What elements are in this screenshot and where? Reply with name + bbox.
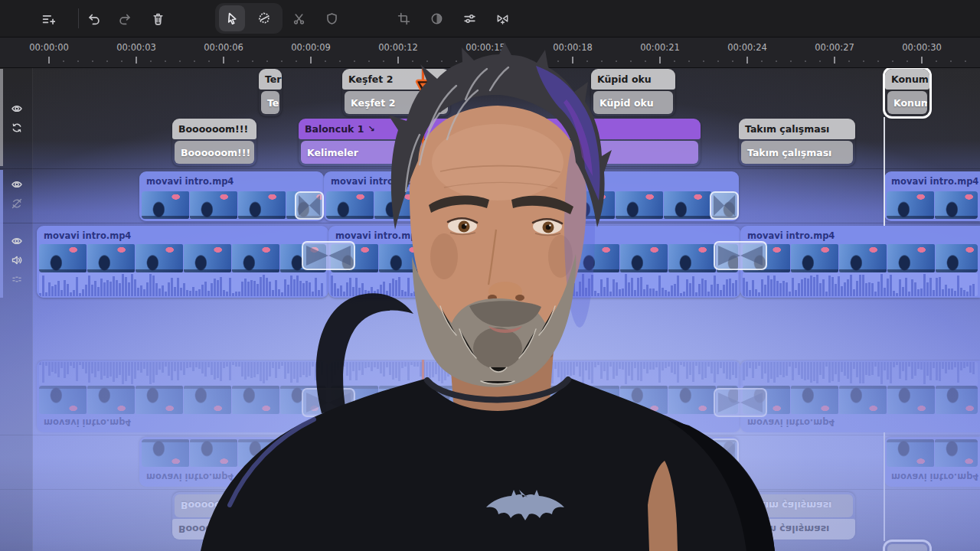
ruler-tick: [572, 57, 573, 64]
scissors-icon: [292, 12, 305, 25]
video-clip-overlay-2[interactable]: movavi intro.mp4: [324, 171, 739, 221]
playhead-handle[interactable]: [415, 79, 432, 103]
title-clip-kesfet[interactable]: Keşfet 2 Keşfet 2: [342, 69, 450, 116]
ruler-minor-tick: [805, 60, 806, 62]
redo-button[interactable]: [112, 5, 138, 31]
title-clip-kupid[interactable]: Küpid oku Küpid oku: [591, 69, 675, 116]
clip-header: Keşfet 2: [342, 69, 450, 90]
marker-tool-button[interactable]: [251, 5, 277, 31]
ruler-minor-tick: [281, 60, 283, 62]
track3-visibility-button[interactable]: [10, 236, 23, 249]
sliders-icon: [463, 12, 476, 25]
crop-button[interactable]: [390, 5, 416, 31]
ruler-minor-tick: [688, 60, 690, 62]
video-frame-thumbnail: [519, 191, 567, 219]
video-frame-thumbnail: [572, 244, 619, 272]
video-clip-main-2[interactable]: movavi intro.mp4: [328, 226, 740, 298]
ruler-tick: [659, 57, 661, 64]
ruler-minor-tick: [863, 60, 864, 62]
beat-markers-icon: [11, 273, 23, 289]
shield-icon: [325, 12, 338, 25]
track3-beat-markers-button[interactable]: [10, 274, 23, 287]
track1-visibility-button[interactable]: [10, 103, 23, 116]
video-frame-thumbnail: [887, 244, 935, 272]
ruler-minor-tick: [761, 60, 763, 62]
video-frame-thumbnail: [620, 244, 668, 272]
ruler-minor-tick: [194, 60, 195, 62]
clip-filename: movavi intro.mp4: [884, 171, 980, 191]
video-editor-window: 00:00:0000:00:0300:00:0600:00:0900:00:12…: [0, 0, 980, 551]
video-frame-thumbnail: [238, 191, 286, 219]
film-strip: [743, 244, 978, 272]
video-clip-main-1[interactable]: movavi intro.mp4: [37, 226, 328, 298]
clip-filename: movavi intro.mp4: [37, 226, 328, 245]
clip-header: Boooooom!!!: [172, 119, 256, 139]
track2-visibility-button[interactable]: [10, 179, 23, 192]
ruler-minor-tick: [601, 60, 603, 62]
timeline-area: movavi intro.mp4 movavi intro.mp4 movavi…: [0, 67, 980, 551]
ruler-minor-tick: [950, 60, 952, 62]
select-tool-button[interactable]: [219, 5, 245, 31]
ruler-tick-label: 00:00:21: [640, 42, 680, 53]
ruler-minor-tick: [557, 60, 559, 62]
filters-button[interactable]: [456, 5, 482, 31]
title-clip-ter[interactable]: Ter Ter: [259, 69, 282, 116]
ruler-minor-tick: [906, 60, 908, 62]
video-frame-thumbnail: [668, 244, 716, 272]
ruler-tick: [485, 57, 486, 64]
protect-button[interactable]: [318, 5, 345, 31]
title-clip-konum-selected[interactable]: Konum s Konum s: [885, 69, 929, 116]
ruler-minor-tick: [703, 60, 704, 62]
ruler-minor-tick: [296, 60, 297, 62]
video-clip-overlay-3[interactable]: movavi intro.mp4: [884, 171, 980, 221]
transition-bowtie-icon: [496, 12, 509, 25]
ruler-minor-tick: [514, 60, 515, 62]
clip-filename: movavi intro.mp4: [740, 226, 980, 245]
ruler-tick-label: 00:00:27: [815, 42, 854, 53]
ruler-minor-tick: [616, 60, 617, 62]
clip-body: Kelimeler: [301, 141, 698, 164]
track-divider: [0, 168, 980, 169]
title-clip-boooooom[interactable]: Boooooom!!! Boooooom!!!: [172, 119, 256, 166]
ruler-tick: [397, 57, 399, 64]
delete-button[interactable]: [145, 5, 171, 31]
ruler-minor-tick: [426, 60, 428, 62]
video-frame-thumbnail: [791, 244, 838, 272]
ruler-minor-tick: [456, 60, 457, 62]
transition-icon[interactable]: [302, 241, 355, 270]
transition-icon[interactable]: [714, 241, 767, 270]
timeline-ruler[interactable]: 00:00:0000:00:0300:00:0600:00:0900:00:12…: [0, 37, 980, 68]
transitions-button[interactable]: [489, 5, 515, 31]
ruler-tick: [223, 57, 224, 64]
ruler-minor-tick: [877, 60, 879, 62]
split-button[interactable]: [286, 5, 312, 31]
clip-filename: movavi intro.mp4: [139, 171, 324, 191]
track1-link-button[interactable]: [10, 122, 23, 135]
contrast-button[interactable]: [423, 5, 449, 31]
undo-button[interactable]: [80, 5, 106, 31]
transition-icon[interactable]: [295, 191, 324, 220]
crop-icon: [397, 12, 410, 25]
clip-filename: movavi intro.mp4: [324, 171, 739, 191]
title-clip-takim[interactable]: Takım çalışması Takım çalışması: [739, 119, 855, 166]
ruler-tick: [746, 57, 748, 64]
toolbar-divider: [78, 8, 79, 28]
ruler-tick-label: 00:00:24: [727, 42, 767, 53]
track2-link-off-button[interactable]: [10, 198, 23, 211]
clip-body: Takım çalışması: [741, 141, 853, 164]
clip-body: Keşfet 2: [345, 91, 448, 114]
transition-icon[interactable]: [710, 191, 739, 220]
ruler-tick-label: 00:00:09: [291, 42, 331, 53]
video-frame-thumbnail: [87, 244, 135, 272]
tool-mode-group: [215, 3, 283, 34]
ruler-tick-label: 00:00:12: [378, 42, 418, 53]
video-clip-main-3[interactable]: movavi intro.mp4: [740, 226, 980, 298]
track3-volume-button[interactable]: [10, 255, 23, 268]
video-frame-thumbnail: [374, 191, 422, 219]
octagon-slash-icon: [257, 11, 271, 25]
audio-waveform: [331, 272, 738, 296]
title-clip-baloncuk[interactable]: Baloncuk 1↘ Kelimeler: [299, 119, 701, 166]
ruler-tick-label: 00:00:30: [902, 42, 942, 53]
ruler-minor-tick: [252, 60, 253, 62]
add-track-button[interactable]: [35, 5, 61, 31]
